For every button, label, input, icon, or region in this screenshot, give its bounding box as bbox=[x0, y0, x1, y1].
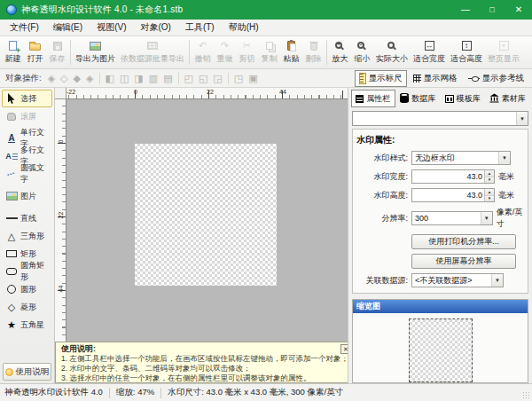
copy-button[interactable]: 复制 bbox=[258, 37, 280, 67]
tab-templates[interactable]: 模板库 bbox=[441, 90, 485, 107]
width-row: 水印宽度: 43.0 ▲▼ 毫米 bbox=[356, 169, 524, 184]
export-image-button[interactable]: 导出为图片 bbox=[73, 37, 118, 67]
distribute-horizontal-icon[interactable]: ▥ bbox=[149, 74, 158, 83]
tool-circle[interactable]: 圆形 bbox=[2, 280, 52, 298]
fit-width-button[interactable]: ↔ 适合宽度 bbox=[411, 37, 448, 67]
watermark-width-input[interactable]: 43.0 ▲▼ bbox=[411, 169, 495, 184]
watermark-artboard[interactable] bbox=[135, 144, 277, 286]
fit-height-button[interactable]: ↕ 适合高度 bbox=[448, 37, 485, 67]
status-zoom-level: 缩放: 47% bbox=[116, 387, 154, 398]
tool-triangle[interactable]: △ 三角形 bbox=[2, 227, 52, 245]
resolution-select[interactable]: 300 ▼ bbox=[411, 211, 493, 225]
menu-object[interactable]: 对象(O) bbox=[133, 20, 177, 35]
paste-button[interactable]: 粘贴 bbox=[280, 37, 302, 67]
watermark-height-input[interactable]: 43.0 ▲▼ bbox=[411, 188, 495, 202]
align-bottom-icon[interactable]: ◲ bbox=[213, 74, 222, 83]
tab-materials[interactable]: 素材库 bbox=[486, 90, 530, 107]
thumbnail-panel: 缩览图 bbox=[352, 299, 528, 383]
zoom-out-button[interactable]: - 缩小 bbox=[351, 37, 373, 67]
actual-size-button[interactable]: 实际大小 bbox=[373, 37, 411, 67]
canvas-area[interactable]: -22 0 22 44 0 22 44 使用说明: 1. 左侧工具栏中选择一个功… bbox=[55, 88, 348, 383]
tool-image[interactable]: 图片 bbox=[2, 187, 52, 205]
watermark-style-select[interactable]: 无边框水印 ▼ bbox=[411, 151, 511, 165]
width-spinner[interactable]: ▲▼ bbox=[484, 170, 494, 183]
tab-properties[interactable]: 属性栏 bbox=[351, 90, 395, 107]
height-spinner[interactable]: ▲▼ bbox=[484, 189, 494, 201]
datasource-row: 关联数据源: <不关联数据源> ▼ bbox=[356, 273, 524, 287]
show-grid-toggle[interactable]: 显示网格 bbox=[409, 70, 462, 87]
toolbox: 选择 滚屏 A 单行文字 A 多行文字 ••• 圆弧文字 图片 bbox=[0, 88, 55, 383]
multi-text-icon: A bbox=[5, 153, 18, 161]
menu-file[interactable]: 文件(F) bbox=[3, 20, 46, 35]
maximize-button[interactable]: □ bbox=[479, 0, 505, 20]
send-backward-icon[interactable]: ◆ bbox=[74, 74, 81, 83]
batch-export-icon bbox=[147, 42, 158, 50]
rounded-rectangle-icon bbox=[6, 268, 17, 275]
delete-button[interactable]: 删除 bbox=[302, 37, 325, 67]
use-screen-dpi-button[interactable]: 使用屏幕分辨率 bbox=[411, 254, 516, 269]
tool-line[interactable]: 直线 bbox=[2, 209, 52, 227]
help-close-button[interactable]: ✕ bbox=[340, 344, 348, 354]
line-icon bbox=[6, 217, 18, 219]
show-ruler-toggle[interactable]: 显示标尺 bbox=[355, 70, 407, 87]
tool-diamond[interactable]: ◇ 菱形 bbox=[2, 298, 52, 316]
align-middle-icon[interactable]: ◱ bbox=[199, 74, 207, 83]
menu-tools[interactable]: 工具(T) bbox=[178, 20, 222, 35]
object-operations-label: 对象操作: bbox=[5, 73, 42, 84]
help-line: 2. 水印中的文字、条码、二维码等对象均可以双击修改； bbox=[61, 364, 348, 373]
batch-export-button[interactable]: 依数据源批量导出 bbox=[118, 37, 187, 67]
group-icon[interactable]: ◳ bbox=[234, 74, 243, 83]
new-file-icon bbox=[9, 41, 17, 51]
height-row: 水印高度: 43.0 ▲▼ 毫米 bbox=[356, 188, 524, 202]
ungroup-icon[interactable]: ▣ bbox=[248, 74, 257, 83]
use-printer-dpi-button[interactable]: 使用打印机分辨率... bbox=[411, 234, 516, 249]
circle-icon bbox=[7, 285, 16, 294]
tool-star[interactable]: ★ 五角星 bbox=[2, 316, 52, 334]
align-right-icon[interactable]: ◨ bbox=[134, 74, 143, 83]
thumbnail-panel-title: 缩览图 bbox=[353, 300, 528, 313]
menu-edit[interactable]: 编辑(E) bbox=[46, 20, 90, 35]
send-to-back-icon[interactable]: ◈ bbox=[86, 74, 93, 83]
watermark-properties-group: 水印属性: 水印样式: 无边框水印 ▼ 水印宽度: 43.0 ▲▼ 毫米 bbox=[352, 129, 528, 294]
properties-title: 水印属性: bbox=[356, 134, 524, 146]
zoom-in-button[interactable]: + 放大 bbox=[329, 37, 351, 67]
undo-button[interactable]: ↶ 撤销 bbox=[192, 37, 214, 67]
tool-arc-text[interactable]: ••• 圆弧文字 bbox=[2, 165, 52, 183]
zoom-in-icon: + bbox=[335, 42, 342, 49]
datasource-select[interactable]: <不关联数据源> ▼ bbox=[411, 273, 504, 287]
cut-button[interactable]: ✂ 剪切 bbox=[236, 37, 258, 67]
zoom-out-icon: - bbox=[357, 42, 364, 49]
status-app-name: 神奇透明水印设计软件 4.0 bbox=[4, 387, 103, 398]
tab-database[interactable]: 数据库 bbox=[396, 90, 441, 107]
delete-icon bbox=[310, 43, 317, 51]
usage-help-button[interactable]: 使用说明 bbox=[3, 363, 51, 381]
new-button[interactable]: 新建 bbox=[2, 37, 24, 67]
rectangle-icon bbox=[6, 250, 17, 257]
show-guides-toggle[interactable]: 显示参考线 bbox=[464, 70, 529, 87]
tool-rounded-rectangle[interactable]: 圆角矩形 bbox=[2, 263, 52, 280]
save-button[interactable]: 保存 bbox=[46, 37, 68, 67]
thumbnail-preview[interactable] bbox=[409, 318, 473, 382]
bring-to-front-icon[interactable]: ◈ bbox=[48, 74, 55, 83]
help-box-title: 使用说明: bbox=[61, 344, 348, 354]
chevron-down-icon: ▼ bbox=[481, 212, 492, 224]
tool-select[interactable]: 选择 bbox=[2, 90, 52, 107]
vertical-ruler: 0 22 44 bbox=[55, 99, 66, 383]
redo-button[interactable]: ↷ 重做 bbox=[214, 37, 236, 67]
bring-forward-icon[interactable]: ◇ bbox=[60, 74, 67, 83]
minimize-button[interactable]: — bbox=[452, 0, 479, 20]
distribute-vertical-icon[interactable]: ▤ bbox=[163, 74, 172, 83]
open-button[interactable]: 打开 bbox=[24, 37, 46, 67]
object-selector-combobox[interactable]: ▼ bbox=[352, 111, 528, 126]
align-top-icon[interactable]: ◰ bbox=[184, 74, 193, 83]
tool-pan[interactable]: 滚屏 bbox=[2, 107, 52, 125]
close-button[interactable]: ✕ bbox=[505, 0, 532, 20]
single-text-icon: A bbox=[8, 134, 14, 143]
resize-grip[interactable] bbox=[522, 391, 530, 399]
align-left-icon[interactable]: ◧ bbox=[106, 74, 114, 83]
view-toggles: 显示标尺 显示网格 显示参考线 bbox=[355, 70, 529, 87]
menu-view[interactable]: 视图(V) bbox=[90, 20, 133, 35]
fit-page-button[interactable]: + 整页显示 bbox=[485, 37, 522, 67]
menu-help[interactable]: 帮助(H) bbox=[222, 20, 266, 35]
align-center-icon[interactable]: ◫ bbox=[120, 74, 129, 83]
